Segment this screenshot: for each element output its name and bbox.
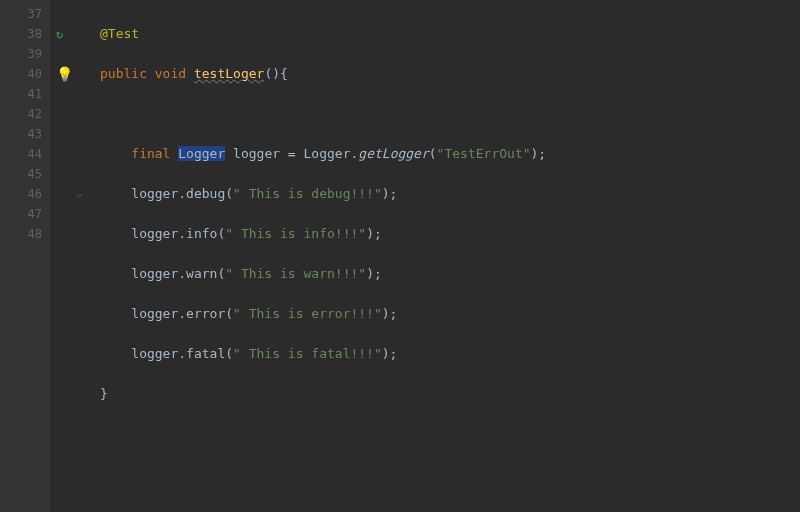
code-text: logger.fatal( — [131, 346, 233, 361]
code-text: logger = — [225, 146, 303, 161]
code-text: ); — [382, 186, 398, 201]
code-line[interactable]: logger.fatal(" This is fatal!!!"); — [100, 344, 546, 364]
code-line[interactable]: public void testLoger(){ — [100, 64, 546, 84]
line-number: 45 — [28, 167, 42, 181]
code-line[interactable]: logger.warn(" This is warn!!!"); — [100, 264, 546, 284]
intention-bulb-icon[interactable]: 💡 — [56, 64, 73, 84]
line-number: 37 — [28, 7, 42, 21]
code-text: logger.warn( — [131, 266, 225, 281]
code-line[interactable]: } — [100, 384, 546, 404]
code-line[interactable]: @Test — [100, 24, 546, 44]
line-number: 44 — [28, 147, 42, 161]
code-area[interactable]: @Test public void testLoger(){ final Log… — [50, 0, 546, 512]
static-call: getLogger — [358, 146, 428, 161]
code-text: (){ — [264, 66, 287, 81]
line-number: 41 — [28, 87, 42, 101]
code-text: logger.info( — [131, 226, 225, 241]
code-line[interactable]: logger.debug(" This is debug!!!"); — [100, 184, 546, 204]
keyword: void — [155, 66, 194, 81]
line-number-gutter: 37 38↻ 39 40💡 41 42 43 44 45 46⌵ 47 48 — [0, 0, 50, 512]
code-line[interactable]: logger.error(" This is error!!!"); — [100, 304, 546, 324]
code-text: ); — [382, 346, 398, 361]
code-line[interactable]: final Logger logger = Logger.getLogger("… — [100, 144, 546, 164]
string-literal: " This is fatal!!!" — [233, 346, 382, 361]
code-line[interactable]: logger.info(" This is info!!!"); — [100, 224, 546, 244]
code-text: ); — [531, 146, 547, 161]
string-literal: " This is warn!!!" — [225, 266, 366, 281]
line-number: 42 — [28, 107, 42, 121]
code-text: ); — [366, 266, 382, 281]
annotation: @Test — [100, 26, 139, 41]
line-number: 47 — [28, 207, 42, 221]
fold-handle-icon[interactable]: ⌵ — [76, 184, 83, 204]
code-text: } — [100, 386, 108, 401]
string-literal: " This is error!!!" — [233, 306, 382, 321]
code-line[interactable] — [100, 104, 546, 124]
code-text: ); — [366, 226, 382, 241]
line-number: 48 — [28, 227, 42, 241]
code-editor[interactable]: 37 38↻ 39 40💡 41 42 43 44 45 46⌵ 47 48 @… — [0, 0, 800, 512]
line-number: 46 — [28, 187, 42, 201]
type-name: Logger — [178, 146, 225, 161]
run-test-icon[interactable]: ↻ — [56, 24, 63, 44]
line-number: 39 — [28, 47, 42, 61]
string-literal: "TestErrOut" — [437, 146, 531, 161]
code-line[interactable] — [100, 464, 546, 484]
code-text: ); — [382, 306, 398, 321]
keyword: public — [100, 66, 155, 81]
code-text: ( — [429, 146, 437, 161]
line-number: 40 — [28, 67, 42, 81]
type-name: Logger — [304, 146, 351, 161]
string-literal: " This is info!!!" — [225, 226, 366, 241]
keyword: final — [131, 146, 178, 161]
code-text: logger.debug( — [131, 186, 233, 201]
line-number: 43 — [28, 127, 42, 141]
method-name: testLoger — [194, 66, 264, 81]
code-line[interactable] — [100, 424, 546, 444]
string-literal: " This is debug!!!" — [233, 186, 382, 201]
line-number: 38 — [28, 27, 42, 41]
code-text: logger.error( — [131, 306, 233, 321]
